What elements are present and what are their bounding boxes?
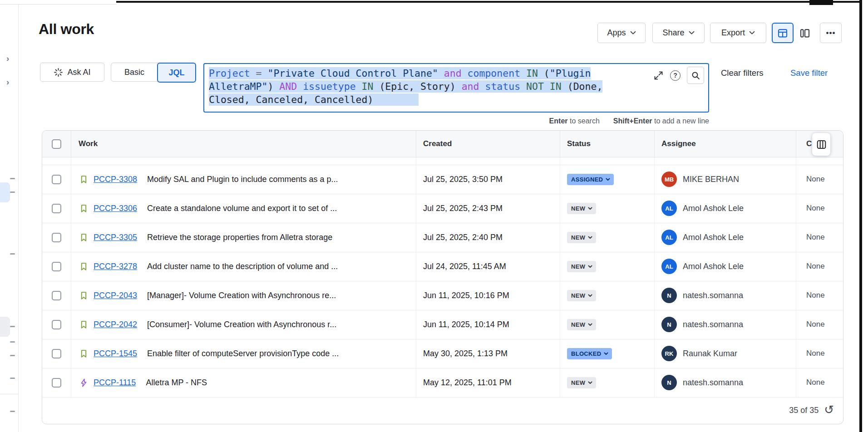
avatar: AL [661,259,677,274]
column-header-status[interactable]: Status [560,131,654,157]
issue-summary[interactable]: Enable filter of computeServer provision… [147,349,339,358]
syntax-help-icon[interactable]: ? [670,70,681,81]
issue-key-link[interactable]: PCCP-3278 [94,262,137,271]
result-count: 35 of 35 [789,406,819,415]
chevron-down-icon [606,178,610,181]
sidebar-hovered-item[interactable] [0,317,10,337]
issue-summary[interactable]: Retrieve the storage properties from All… [147,233,332,242]
sidebar-item-fragment [10,178,15,179]
issue-summary[interactable]: Alletra MP - NFS [146,378,207,388]
select-all-checkbox[interactable] [52,139,61,149]
chevron-down-icon [630,31,636,35]
columns-icon [816,139,827,150]
status-pill[interactable]: NEW [567,261,596,272]
status-pill[interactable]: ASSIGNED [567,174,614,185]
last-column-value: None [806,262,825,271]
row-checkbox[interactable] [52,233,61,242]
status-pill[interactable]: NEW [567,377,596,388]
more-icon: ••• [826,29,836,38]
issue-summary[interactable]: Create a standalone volume and export it… [147,204,337,213]
column-header-work[interactable]: Work [71,131,416,157]
grid-view-icon [777,28,788,39]
issue-summary[interactable]: [Consumer]- Volume Creation with Asynchr… [147,320,336,329]
status-pill[interactable]: NEW [567,290,596,301]
avatar: AL [661,201,677,216]
created-value: Jun 11, 2025, 10:14 PM [423,320,509,329]
share-button[interactable]: Share [652,23,705,43]
export-button-label: Export [721,28,745,38]
issue-key-link[interactable]: PCCP-2043 [94,291,137,300]
table-row: PCCP-3308Modify SAL and Plugin to includ… [42,165,843,194]
issue-key-link[interactable]: PCCP-1115 [94,378,136,388]
hint-enter-key: Enter [549,117,568,125]
avatar: AL [661,230,677,245]
chevron-down-icon [588,236,592,239]
view-toggle-grid[interactable] [772,23,794,43]
column-header-assignee[interactable]: Assignee [654,131,796,157]
row-checkbox[interactable] [52,204,61,213]
configure-columns-button[interactable] [812,133,830,156]
view-toggle-detail[interactable] [796,23,814,43]
row-checkbox[interactable] [52,320,61,329]
status-pill[interactable]: BLOCKED [567,348,612,359]
issue-key-link[interactable]: PCCP-3306 [94,204,137,213]
chevron-right-icon[interactable]: › [6,54,9,64]
issue-summary[interactable]: Modify SAL and Plugin to include comment… [147,175,338,184]
table-row: PCCP-3306Create a standalone volume and … [42,194,843,223]
issue-key-link[interactable]: PCCP-3305 [94,233,137,242]
chevron-down-icon [749,31,755,35]
chevron-down-icon [588,323,592,326]
last-column-value: None [806,349,825,358]
table-row: PCCP-3278Add cluster name to the descrip… [42,252,843,281]
refresh-icon[interactable]: ↺ [824,404,834,416]
more-actions-button[interactable]: ••• [820,23,842,43]
chevron-right-icon[interactable]: › [6,77,9,87]
mode-basic-tab[interactable]: Basic [111,63,158,81]
sidebar-selected-item[interactable] [0,182,10,202]
status-pill[interactable]: NEW [567,232,596,243]
sidebar-divider [0,394,19,394]
created-value: May 12, 2025, 11:01 PM [423,378,512,388]
save-filter-link[interactable]: Save filter [790,68,828,78]
chevron-down-icon [604,352,608,355]
jql-query-input[interactable]: Project = "Private Cloud Control Plane" … [203,63,709,113]
issue-summary[interactable]: [Manager]- Volume Creation with Asynchro… [147,291,336,300]
ask-ai-button[interactable]: Ask AI [40,63,104,82]
sidebar-item-fragment [10,191,15,193]
issue-key-link[interactable]: PCCP-3308 [94,175,137,184]
expand-icon[interactable] [653,70,664,81]
status-pill[interactable]: NEW [567,319,596,330]
scrolled-row-sliver [42,157,843,165]
chevron-down-icon [588,207,592,210]
search-mode-toggle: Basic JQL [111,63,196,82]
export-button[interactable]: Export [710,23,766,43]
assignee-name: natesh.somanna [683,378,743,388]
avatar: N [661,317,677,332]
story-icon [79,291,89,300]
row-checkbox[interactable] [52,291,61,300]
issue-key-link[interactable]: PCCP-2042 [94,320,137,329]
row-checkbox[interactable] [52,349,61,358]
row-checkbox[interactable] [52,262,61,271]
apps-button[interactable]: Apps [597,23,646,43]
search-button[interactable] [687,67,704,84]
row-checkbox[interactable] [52,175,61,184]
status-pill[interactable]: NEW [567,203,596,214]
row-checkbox[interactable] [52,378,61,388]
last-column-value: None [806,320,825,329]
chevron-down-icon [588,381,592,384]
search-icon [691,71,700,80]
table-header-row: Work Created Status Assignee C [42,131,843,157]
mode-jql-tab[interactable]: JQL [157,63,196,83]
table-row: PCCP-2042[Consumer]- Volume Creation wit… [42,310,843,339]
capture-top-notch [809,0,833,5]
avatar: RK [661,346,677,361]
created-value: May 30, 2025, 1:13 PM [423,349,508,358]
assignee-name: MIKE BERHAN [683,175,739,184]
issue-key-link[interactable]: PCCP-1545 [94,349,137,358]
clear-filters-button[interactable]: Clear filters [721,68,764,78]
sidebar-item-fragment [10,411,15,412]
issue-summary[interactable]: Add cluster name to the description of v… [147,262,338,271]
column-header-created[interactable]: Created [416,131,560,157]
avatar: N [661,288,677,303]
